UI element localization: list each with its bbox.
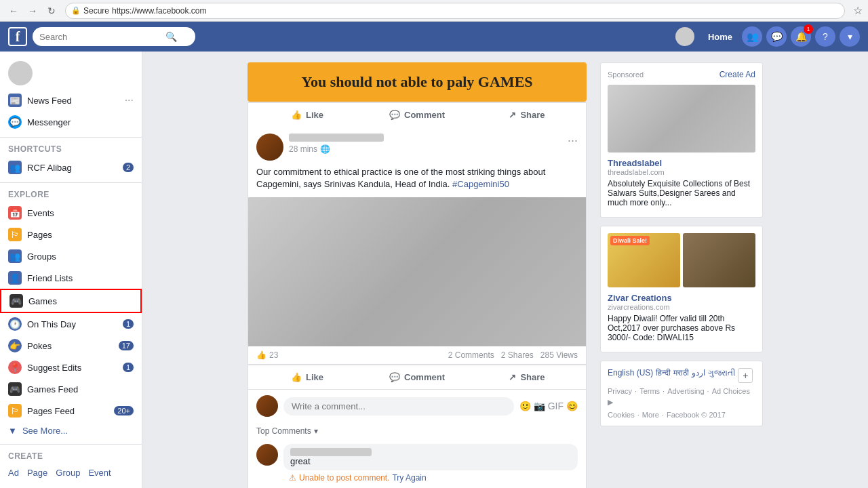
comment-body: great [283,444,578,470]
lang-english[interactable]: English (US) [608,368,653,383]
copyright-text: Facebook © 2017 [667,411,726,419]
onthisday-label: On This Day [27,319,76,329]
create-group-link[interactable]: Group [56,468,80,478]
sidebar-item-rcfali[interactable]: 👥 RCF Alibag 2 [0,157,142,178]
cookies-link[interactable]: Cookies [608,411,635,419]
news-feed-more-icon[interactable]: ··· [125,94,134,106]
post-more-button[interactable]: ··· [568,134,578,148]
share-label-top: Share [520,110,545,120]
ad2-brand[interactable]: Zivar Creations [608,293,755,303]
search-input[interactable] [39,32,161,42]
ad2-desc: Happy Diwali! Offer valid till 20th Oct,… [608,314,755,342]
camera-icon[interactable]: 📷 [534,401,545,411]
post-author-avatar [256,134,283,161]
comment-button[interactable]: 💬 Comment [363,368,471,386]
post-time: 28 mins [289,144,317,154]
create-ad-link-1[interactable]: Create Ad [719,70,755,79]
likes-count: 23 [269,350,278,360]
share-button[interactable]: ↗ Share [473,368,580,386]
sidebar-item-suggestedits[interactable]: 📍 Suggest Edits 1 [0,357,142,378]
ad2-image-right [683,233,755,287]
lang-gujarati[interactable]: ગુજરાતી [708,368,735,383]
pagesfeed-icon: 🏳 [8,404,22,418]
messenger-icon: 💬 [8,115,22,129]
search-bar[interactable]: 🔍 [33,27,195,46]
lang-marathi[interactable]: मराठी [673,368,689,383]
sidebar-item-pagesfeed[interactable]: 🏳 Pages Feed 20+ [0,400,142,422]
onthisday-icon: 🕐 [8,317,22,331]
comments-count: 2 Comments [448,350,494,360]
comment-input[interactable] [283,397,514,415]
sidebar-item-pokes[interactable]: 👉 Pokes 17 [0,335,142,357]
language-footer: English (US) हिन्दी मराठी اردو ગુજરાતી +… [600,361,763,426]
likes-icon: 👍 [256,350,267,360]
messenger-button[interactable]: 💬 [766,26,787,47]
try-again-link[interactable]: Try Again [392,473,426,483]
sidebar-see-more[interactable]: ▼ See More... [0,422,142,440]
add-language-button[interactable]: + [738,368,753,383]
sidebar-item-friendlists[interactable]: 👤 Friend Lists [0,267,142,289]
games-icon: 🎮 [9,294,23,308]
share-button-top[interactable]: ↗ Share [473,106,580,124]
groups-label: Groups [27,251,56,262]
advertising-link[interactable]: Advertising [667,387,704,395]
back-button[interactable]: ← [5,3,22,19]
secure-icon: 🔒 [71,6,81,15]
like-button-top[interactable]: 👍 Like [254,106,361,124]
notifications-button[interactable]: 🔔 1 [791,26,811,47]
gif-icon[interactable]: GIF [548,401,564,411]
account-dropdown-button[interactable]: ▾ [840,26,860,47]
post-stats: 👍 23 2 Comments 2 Shares 285 Views [248,346,586,365]
sidebar-profile[interactable] [0,57,142,89]
ad1-brand[interactable]: Threadslabel [608,158,755,168]
post-text: Our commitment to ethical practice is on… [248,163,586,197]
friends-button[interactable]: 👥 [742,26,762,47]
friends-icon: 👥 [747,31,758,42]
pagesfeed-count: 20+ [114,406,134,415]
sticker-icon[interactable]: 😊 [566,401,578,411]
sidebar-item-messenger[interactable]: 💬 Messenger [0,111,142,133]
facebook-navbar: f 🔍 Home 👥 💬 🔔 1 ? ▾ [0,22,868,52]
pages-label: Pages [27,230,52,240]
url-bar[interactable]: 🔒 Secure https://www.facebook.com [65,3,845,19]
sidebar-item-groups[interactable]: 👥 Groups [0,245,142,267]
emoji-icon[interactable]: 🙂 [519,401,531,411]
more-link[interactable]: More [642,411,659,419]
top-comments-header[interactable]: Top Comments ▾ [248,422,586,440]
sidebar-item-gamesfeed[interactable]: 🎮 Games Feed [0,378,142,400]
lang-urdu[interactable]: اردو [692,368,705,383]
home-link[interactable]: Home [708,32,732,42]
forward-button[interactable]: → [24,3,41,19]
comment-button-top[interactable]: 💬 Comment [363,106,471,124]
refresh-button[interactable]: ↻ [43,3,60,19]
bookmark-icon[interactable]: ☆ [853,4,863,17]
error-text: Unable to post comment. [299,473,389,483]
friendlists-icon: 👤 [8,271,22,285]
see-more-label: ▼ [8,426,17,436]
sidebar-item-pages[interactable]: 🏳 Pages [0,224,142,245]
adchoices-link[interactable]: Ad Choices [712,387,750,395]
comment-content: great ⚠ Unable to post comment. Try Agai… [283,444,578,483]
sidebar-item-onthisday[interactable]: 🕐 On This Day 1 [0,313,142,335]
post-author-info: 28 mins 🌐 [289,134,384,154]
games-label: Games [28,296,57,306]
footer-sep-3: · [707,387,709,395]
profile-area [675,27,698,46]
pokes-label: Pokes [27,341,52,351]
sidebar-item-newsfeed[interactable]: 📰 News Feed ··· [0,89,142,111]
terms-link[interactable]: Terms [639,387,660,395]
warning-banner: You should not able to paly GAMES [248,62,587,102]
create-event-link[interactable]: Event [88,468,111,478]
sidebar-item-games[interactable]: 🎮 Games [0,289,142,313]
like-button[interactable]: 👍 Like [254,368,361,386]
post-likes: 👍 23 [256,350,278,360]
news-feed-label: News Feed [27,96,72,106]
sidebar-item-events[interactable]: 📅 Events [0,202,142,224]
create-ad-link[interactable]: Ad [8,468,19,478]
privacy-link[interactable]: Privacy [608,387,632,395]
comment-icon-top: 💬 [389,110,400,120]
lang-hindi[interactable]: हिन्दी [656,368,671,383]
post-hashtag[interactable]: #Capgemini50 [452,179,509,189]
create-page-link[interactable]: Page [27,468,47,478]
help-button[interactable]: ? [815,26,835,47]
